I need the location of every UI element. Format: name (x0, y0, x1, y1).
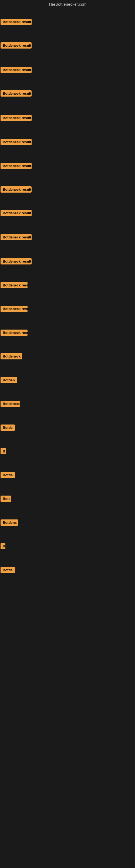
bottleneck-badge-13[interactable]: Bottleneck resu (1, 306, 28, 312)
bottleneck-result-row-1: Bottleneck result (1, 19, 32, 26)
bottleneck-badge-19[interactable]: B (1, 448, 6, 454)
bottleneck-result-row-24: Bottle (1, 567, 15, 574)
bottleneck-badge-5[interactable]: Bottleneck result (1, 115, 32, 121)
bottleneck-badge-14[interactable]: Bottleneck resu (1, 330, 28, 336)
bottleneck-badge-12[interactable]: Bottleneck resu (1, 282, 28, 288)
bottleneck-badge-22[interactable]: Bottlens (1, 520, 18, 526)
bottleneck-badge-15[interactable]: Bottleneck r (1, 353, 22, 360)
bottleneck-result-row-23: B (1, 543, 5, 550)
bottleneck-badge-20[interactable]: Bottle (1, 472, 15, 478)
bottleneck-badge-16[interactable]: Bottlen (1, 377, 17, 383)
bottleneck-result-row-3: Bottleneck result (1, 67, 32, 74)
bottleneck-result-row-16: Bottlen (1, 377, 17, 384)
bottleneck-result-row-10: Bottleneck result (1, 234, 32, 241)
bottleneck-badge-1[interactable]: Bottleneck result (1, 19, 32, 25)
bottleneck-result-row-14: Bottleneck resu (1, 330, 28, 337)
bottleneck-badge-9[interactable]: Bottleneck result (1, 210, 32, 216)
bottleneck-badge-18[interactable]: Bottle (1, 425, 15, 431)
bottleneck-result-row-11: Bottleneck result (1, 258, 32, 266)
bottleneck-badge-21[interactable]: Bott (1, 496, 11, 502)
bottleneck-result-row-22: Bottlens (1, 520, 18, 527)
bottleneck-result-row-15: Bottleneck r (1, 353, 22, 361)
bottleneck-result-row-19: B (1, 448, 6, 456)
bottleneck-badge-2[interactable]: Bottleneck result (1, 42, 32, 49)
bottleneck-result-row-12: Bottleneck resu (1, 282, 28, 289)
bottleneck-result-row-4: Bottleneck result (1, 90, 32, 98)
bottleneck-result-row-17: Bottleneck (1, 401, 20, 408)
bottleneck-result-row-5: Bottleneck result (1, 115, 32, 122)
bottleneck-result-row-6: Bottleneck result (1, 139, 32, 146)
bottleneck-result-row-9: Bottleneck result (1, 210, 32, 217)
bottleneck-badge-7[interactable]: Bottleneck result (1, 163, 32, 169)
bottleneck-badge-6[interactable]: Bottleneck result (1, 139, 32, 145)
bottleneck-result-row-18: Bottle (1, 425, 15, 432)
bottleneck-badge-17[interactable]: Bottleneck (1, 401, 20, 407)
bottleneck-badge-11[interactable]: Bottleneck result (1, 258, 32, 265)
bottleneck-badge-10[interactable]: Bottleneck result (1, 234, 32, 240)
bottleneck-badge-8[interactable]: Bottleneck result (1, 186, 32, 193)
bottleneck-result-row-20: Bottle (1, 472, 15, 479)
bottleneck-badge-23[interactable]: B (1, 543, 5, 549)
bottleneck-badge-24[interactable]: Bottle (1, 567, 15, 573)
bottleneck-result-row-13: Bottleneck resu (1, 306, 28, 313)
bottleneck-badge-4[interactable]: Bottleneck result (1, 90, 32, 97)
bottleneck-result-row-2: Bottleneck result (1, 42, 32, 50)
bottleneck-result-row-21: Bott (1, 496, 11, 503)
bottleneck-result-row-8: Bottleneck result (1, 186, 32, 194)
bottleneck-result-row-7: Bottleneck result (1, 163, 32, 170)
bottleneck-badge-3[interactable]: Bottleneck result (1, 67, 32, 73)
site-title: TheBottlenecker.com (0, 0, 135, 9)
